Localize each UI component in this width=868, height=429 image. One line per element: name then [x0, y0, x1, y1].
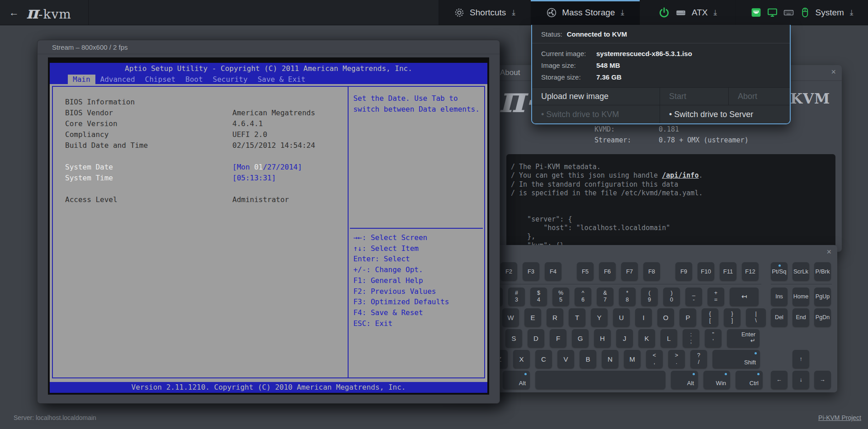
key-o[interactable]: O: [657, 308, 674, 326]
ms-button-start[interactable]: Start: [660, 88, 729, 105]
api-info-link[interactable]: /api/info: [662, 171, 698, 179]
key-w[interactable]: W: [502, 308, 519, 326]
key-f7[interactable]: F7: [621, 262, 638, 280]
key-pause-break[interactable]: P/Brk: [814, 262, 831, 280]
bios-screen[interactable]: Aptio Setup Utility - Copyright (C) 2011…: [48, 57, 489, 395]
bios-menu-boot[interactable]: Boot: [180, 75, 208, 84]
key-f11[interactable]: F11: [720, 262, 736, 280]
bios-hotkeys: →←: Select Screen↑↓: Select ItemEnter: S…: [353, 232, 483, 329]
key-bracket-close[interactable]: }]: [724, 308, 741, 326]
key-del[interactable]: Del: [771, 308, 788, 326]
key-pgdn[interactable]: PgDn: [814, 308, 831, 326]
key-j[interactable]: J: [616, 329, 633, 347]
menu-atx[interactable]: ATX ⤓: [640, 0, 735, 25]
key-u[interactable]: U: [613, 308, 630, 326]
close-icon[interactable]: ×: [826, 247, 831, 257]
key-scroll-lock[interactable]: ScrLk: [793, 262, 809, 280]
key-arrow-right[interactable]: →: [814, 371, 831, 389]
ms-button-switch-drive-to-server[interactable]: • Switch drive to Server: [660, 105, 790, 123]
key-k[interactable]: K: [638, 329, 655, 347]
key-3[interactable]: #3: [508, 288, 525, 306]
ms-button-upload-new-image[interactable]: Upload new image: [532, 88, 660, 105]
key-s[interactable]: S: [505, 329, 522, 347]
key-f9[interactable]: F9: [675, 262, 692, 280]
key-enter[interactable]: Enter↵: [727, 329, 760, 347]
key-period[interactable]: >.: [668, 350, 685, 368]
key-7[interactable]: &7: [597, 288, 613, 306]
key-6[interactable]: ^6: [575, 288, 591, 306]
key-c[interactable]: C: [535, 350, 552, 368]
key-f4[interactable]: F4: [545, 262, 561, 280]
key-m[interactable]: M: [624, 350, 641, 368]
key-f12[interactable]: F12: [742, 262, 759, 280]
key-alt-left[interactable]: Alt: [503, 371, 530, 389]
key-arrow-up[interactable]: ↑: [793, 350, 809, 368]
key-h[interactable]: H: [594, 329, 611, 347]
key-home[interactable]: Home: [793, 288, 809, 306]
key-5[interactable]: %5: [552, 288, 569, 306]
project-link[interactable]: Pi-KVM Project: [818, 414, 861, 421]
key-ctrl-right[interactable]: Ctrl: [736, 371, 763, 389]
key-d[interactable]: D: [528, 329, 544, 347]
tab-about[interactable]: About: [500, 68, 520, 77]
key-f2[interactable]: F2: [500, 262, 517, 280]
menu-mass-storage[interactable]: Mass Storage ⤓: [530, 0, 640, 25]
key-v[interactable]: V: [557, 350, 574, 368]
key-arrow-left[interactable]: ←: [771, 371, 788, 389]
bios-main-pane: BIOS InformationBIOS VendorAmerican Mega…: [53, 87, 349, 377]
key-arrow-down[interactable]: ↓: [793, 371, 809, 389]
key-f8[interactable]: F8: [643, 262, 660, 280]
key-f6[interactable]: F6: [599, 262, 616, 280]
key-i[interactable]: I: [635, 308, 652, 326]
key-x[interactable]: X: [513, 350, 530, 368]
key-backspace[interactable]: ↤: [730, 288, 759, 306]
bios-hotkey: Enter: Select: [353, 254, 483, 264]
key-bracket-open[interactable]: {[: [702, 308, 718, 326]
key-end[interactable]: End: [793, 308, 809, 326]
key-f10[interactable]: F10: [698, 262, 714, 280]
key-slash[interactable]: ?/: [690, 350, 707, 368]
bios-menu-save-exit[interactable]: Save & Exit: [253, 75, 311, 84]
key-space[interactable]: [535, 371, 665, 389]
menu-shortcuts[interactable]: Shortcuts ⤓: [439, 0, 530, 25]
key-win[interactable]: Win: [703, 371, 730, 389]
key-l[interactable]: L: [660, 329, 677, 347]
key-e[interactable]: E: [524, 308, 541, 326]
ms-button-abort[interactable]: Abort: [729, 88, 790, 105]
key-r[interactable]: R: [547, 308, 563, 326]
back-button[interactable]: ←: [9, 7, 19, 19]
key-4[interactable]: $4: [530, 288, 547, 306]
key-f5[interactable]: F5: [577, 262, 594, 280]
key-b[interactable]: B: [580, 350, 596, 368]
key-pgup[interactable]: PgUp: [814, 288, 831, 306]
key-comma[interactable]: <,: [646, 350, 663, 368]
key-print-screen[interactable]: Pt/Sq: [771, 262, 788, 280]
key-shift-right[interactable]: Shift: [712, 350, 760, 368]
bios-menu-security[interactable]: Security: [208, 75, 253, 84]
close-icon[interactable]: ×: [831, 67, 836, 77]
menu-system[interactable]: System ⤓: [735, 0, 868, 25]
key-n[interactable]: N: [602, 350, 618, 368]
key-8[interactable]: *8: [619, 288, 636, 306]
bios-system-date-row: System Date[Mon 01/27/2014]: [53, 163, 348, 174]
key-0[interactable]: )0: [663, 288, 680, 306]
key-semicolon[interactable]: :;: [683, 329, 699, 347]
key-t[interactable]: T: [569, 308, 585, 326]
ms-button-switch-drive-to-kvm[interactable]: • Switch drive to KVM: [532, 105, 660, 123]
key-ins[interactable]: Ins: [771, 288, 788, 306]
key-y[interactable]: Y: [591, 308, 608, 326]
key-alt-right[interactable]: Alt: [671, 371, 698, 389]
key-f3[interactable]: F3: [523, 262, 539, 280]
key-backslash[interactable]: |\: [746, 308, 766, 326]
key-equals[interactable]: +=: [708, 288, 724, 306]
key-g[interactable]: G: [572, 329, 589, 347]
key-9[interactable]: (9: [641, 288, 658, 306]
key-quote[interactable]: "': [705, 329, 722, 347]
bios-menu-main[interactable]: Main: [68, 75, 95, 84]
key-p[interactable]: P: [679, 308, 696, 326]
key-minus[interactable]: _-: [685, 288, 702, 306]
bios-menu-advanced[interactable]: Advanced: [95, 75, 140, 84]
version-value: 0.78 + OMX (ustreamer): [659, 136, 749, 144]
key-f[interactable]: F: [550, 329, 566, 347]
bios-menu-chipset[interactable]: Chipset: [140, 75, 180, 84]
